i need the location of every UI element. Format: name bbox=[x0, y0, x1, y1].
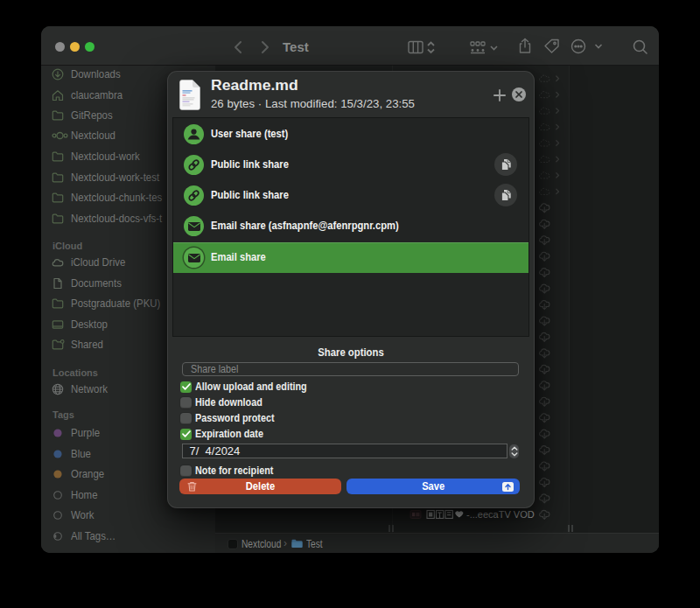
svg-text:-...eecaTV VOD: -...eecaTV VOD bbox=[466, 509, 535, 520]
